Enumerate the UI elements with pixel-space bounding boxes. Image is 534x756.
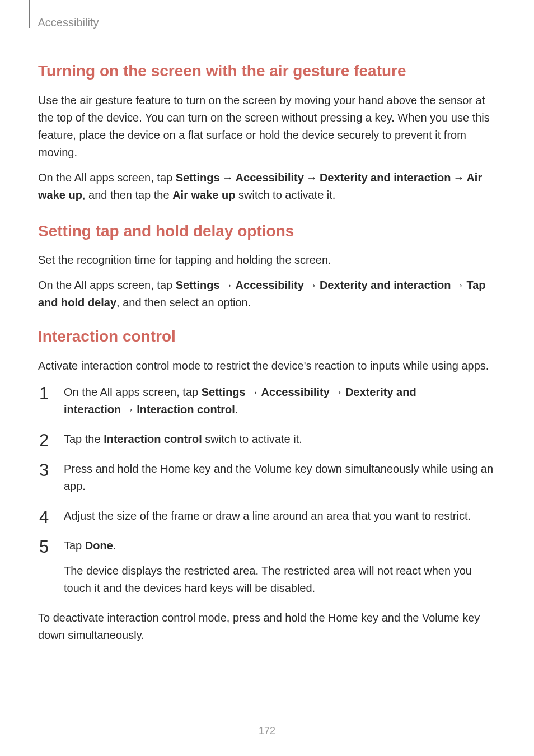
section1-para2: On the All apps screen, tap Settings→Acc…	[38, 169, 498, 204]
section3-para1: Activate interaction control mode to res…	[38, 357, 498, 375]
section1-title: Turning on the screen with the air gestu…	[38, 62, 498, 81]
section3-title: Interaction control	[38, 327, 498, 346]
text: On the All apps screen, tap	[64, 386, 202, 398]
settings-label: Settings	[176, 171, 220, 184]
accessibility-label: Accessibility	[261, 386, 330, 398]
step-5-follow: The device displays the restricted area.…	[64, 562, 498, 597]
settings-label: Settings	[202, 386, 246, 398]
arrow-icon: →	[121, 403, 137, 416]
page: Accessibility Turning on the screen with…	[0, 0, 534, 756]
text: , and then tap the	[82, 189, 172, 201]
section3-closing: To deactivate interaction control mode, …	[38, 609, 498, 644]
content: Turning on the screen with the air gestu…	[38, 62, 498, 652]
arrow-icon: →	[220, 279, 236, 291]
step-1: On the All apps screen, tap Settings→Acc…	[38, 384, 498, 418]
step-3-body: Press and hold the Home key and the Volu…	[64, 460, 498, 495]
text: switch to activate it.	[235, 189, 335, 201]
text: .	[113, 539, 116, 552]
step-2-body: Tap the Interaction control switch to ac…	[64, 431, 498, 448]
step-5-body: Tap Done.	[64, 537, 498, 554]
arrow-icon: →	[304, 171, 320, 184]
air-wake-up-switch-label: Air wake up	[172, 189, 235, 201]
header-rule	[29, 0, 30, 28]
step-4-body: Adjust the size of the frame or draw a l…	[64, 507, 498, 525]
arrow-icon: →	[246, 386, 261, 398]
section2-para1: Set the recognition time for tapping and…	[38, 251, 498, 269]
text: , and then select an option.	[116, 296, 251, 309]
arrow-icon: →	[220, 171, 236, 184]
text: switch to activate it.	[202, 433, 302, 445]
section1-para1: Use the air gesture feature to turn on t…	[38, 92, 498, 161]
step-1-body: On the All apps screen, tap Settings→Acc…	[64, 384, 498, 418]
step-5: Tap Done. The device displays the restri…	[38, 537, 498, 597]
text: .	[235, 403, 238, 416]
step-2: Tap the Interaction control switch to ac…	[38, 431, 498, 448]
settings-label: Settings	[176, 279, 220, 291]
arrow-icon: →	[451, 171, 466, 184]
step-3: Press and hold the Home key and the Volu…	[38, 460, 498, 495]
section2-para2: On the All apps screen, tap Settings→Acc…	[38, 277, 498, 311]
arrow-icon: →	[330, 386, 345, 398]
step-4: Adjust the size of the frame or draw a l…	[38, 507, 498, 525]
accessibility-label: Accessibility	[236, 279, 304, 291]
breadcrumb: Accessibility	[38, 16, 99, 29]
text: Tap	[64, 539, 85, 552]
dexterity-label: Dexterity and interaction	[320, 279, 451, 291]
interaction-control-switch-label: Interaction control	[104, 433, 202, 445]
steps-list: On the All apps screen, tap Settings→Acc…	[38, 384, 498, 597]
arrow-icon: →	[304, 279, 320, 291]
text: Tap the	[64, 433, 104, 445]
accessibility-label: Accessibility	[236, 171, 304, 184]
done-label: Done	[85, 539, 113, 552]
text: On the All apps screen, tap	[38, 279, 176, 291]
page-number: 172	[0, 725, 534, 737]
section2-title: Setting tap and hold delay options	[38, 222, 498, 241]
page-header: Accessibility	[29, 0, 99, 38]
dexterity-label: Dexterity and interaction	[320, 171, 451, 184]
arrow-icon: →	[451, 279, 466, 291]
interaction-control-label: Interaction control	[137, 403, 235, 416]
text: On the All apps screen, tap	[38, 171, 176, 184]
